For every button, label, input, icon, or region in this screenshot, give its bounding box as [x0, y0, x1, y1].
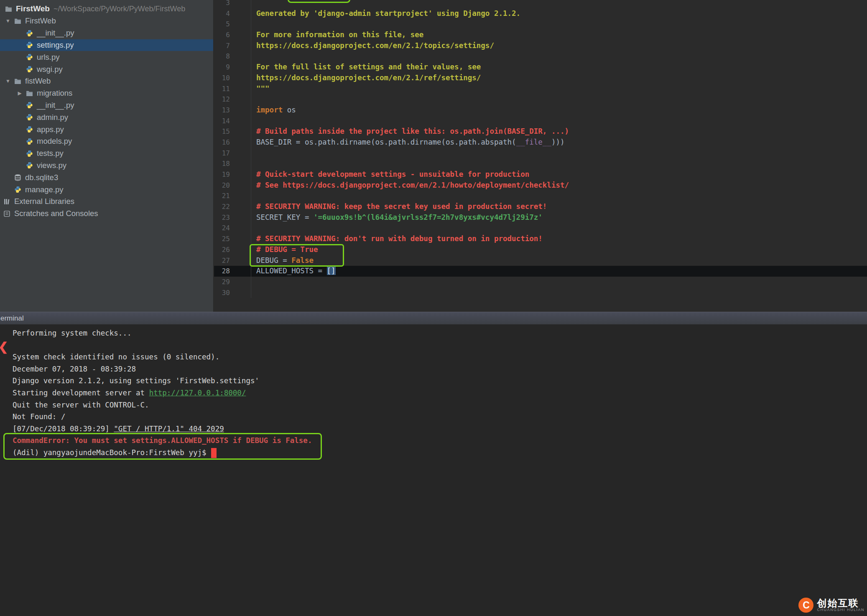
code-line-23[interactable]: 23SECRET_KEY = '=6uuox9s!b^(l64i&ajvrlss…	[214, 212, 867, 223]
project-root-row[interactable]: FirstWeb ~/WorkSpace/PyWork/PyWeb/FirstW…	[0, 3, 213, 15]
line-number[interactable]: 5	[214, 19, 251, 30]
code-line-21[interactable]: 21	[214, 191, 867, 201]
code-text: Generated by 'django-admin startproject'…	[251, 8, 520, 19]
code-line-5[interactable]: 5	[214, 19, 867, 30]
code-line-16[interactable]: 16BASE_DIR = os.path.dirname(os.path.dir…	[214, 137, 867, 148]
chevron-down-icon[interactable]: ▼	[3, 18, 13, 24]
line-number[interactable]: 18	[214, 158, 251, 169]
line-number[interactable]: 14	[214, 116, 251, 127]
tree-item-external-libraries[interactable]: External Libraries	[0, 196, 213, 208]
code-line-27[interactable]: 27DEBUG = False	[214, 255, 867, 266]
code-line-6[interactable]: 6For more information on this file, see	[214, 30, 867, 41]
tree-item-db-sqlite3[interactable]: db.sqlite3	[0, 171, 213, 183]
code-line-18[interactable]: 18	[214, 158, 867, 169]
line-number[interactable]: 7	[214, 41, 251, 51]
line-number[interactable]: 21	[214, 191, 251, 201]
tree-item-scratches-and-consoles[interactable]: Scratches and Consoles	[0, 208, 213, 220]
tree-item-init-py[interactable]: __init__.py	[0, 27, 213, 39]
line-number[interactable]: 17	[214, 148, 251, 159]
terminal-line-5: Starting development server at http://12…	[13, 387, 867, 399]
code-line-22[interactable]: 22# SECURITY WARNING: keep the secret ke…	[214, 201, 867, 212]
line-number[interactable]: 20	[214, 180, 251, 191]
code-line-24[interactable]: 24	[214, 223, 867, 234]
line-number[interactable]: 10	[214, 73, 251, 84]
project-root-name: FirstWeb	[16, 4, 50, 13]
editor-pane[interactable]: 34Generated by 'django-admin startprojec…	[214, 0, 867, 312]
code-text: # SECURITY WARNING: don't run with debug…	[251, 234, 543, 244]
line-number[interactable]: 12	[214, 94, 251, 105]
line-number[interactable]: 26	[214, 244, 251, 255]
code-line-3[interactable]: 3	[214, 0, 867, 8]
code-text	[251, 223, 256, 234]
tree-item-settings-py[interactable]: settings.py	[0, 39, 213, 51]
terminal-output[interactable]: Performing system checks...System check …	[0, 325, 867, 459]
folder-icon	[4, 5, 13, 13]
line-number[interactable]: 11	[214, 84, 251, 94]
line-number[interactable]: 9	[214, 62, 251, 73]
code-line-17[interactable]: 17	[214, 148, 867, 159]
tree-item-label: settings.py	[37, 41, 74, 50]
line-number[interactable]: 15	[214, 126, 251, 137]
tree-item-label: manage.py	[25, 185, 64, 194]
code-text: For more information on this file, see	[251, 30, 423, 41]
line-number[interactable]: 19	[214, 169, 251, 180]
line-number[interactable]: 23	[214, 212, 251, 223]
tree-item-firstweb[interactable]: ▼FirstWeb	[0, 15, 213, 27]
code-line-11[interactable]: 11"""	[214, 84, 867, 94]
rerun-icon[interactable]	[0, 341, 8, 353]
tree-item-fistweb[interactable]: ▼fistWeb	[0, 75, 213, 87]
code-line-30[interactable]: 30	[214, 288, 867, 298]
line-number[interactable]: 4	[214, 8, 251, 19]
code-line-25[interactable]: 25# SECURITY WARNING: don't run with deb…	[214, 234, 867, 244]
code-line-14[interactable]: 14	[214, 116, 867, 127]
tree-item-admin-py[interactable]: admin.py	[0, 111, 213, 123]
line-number[interactable]: 13	[214, 105, 251, 116]
code-text: https://docs.djangoproject.com/en/2.1/re…	[251, 73, 481, 84]
line-number[interactable]: 30	[214, 288, 251, 298]
line-number[interactable]: 3	[214, 0, 251, 8]
project-root-path: ~/WorkSpace/PyWork/PyWeb/FirstWeb	[54, 5, 185, 13]
tree-item-label: tests.py	[37, 149, 64, 158]
code-line-28[interactable]: 28ALLOWED_HOSTS = []	[214, 266, 867, 277]
code-line-10[interactable]: 10https://docs.djangoproject.com/en/2.1/…	[214, 73, 867, 84]
terminal-tab[interactable]: erminal	[0, 312, 867, 325]
code-line-13[interactable]: 13import os	[214, 105, 867, 116]
code-line-29[interactable]: 29	[214, 277, 867, 288]
line-number[interactable]: 24	[214, 223, 251, 234]
line-number[interactable]: 8	[214, 51, 251, 62]
tree-item-urls-py[interactable]: urls.py	[0, 51, 213, 63]
code-line-7[interactable]: 7https://docs.djangoproject.com/en/2.1/t…	[214, 41, 867, 51]
chevron-right-icon[interactable]: ▶	[14, 90, 25, 96]
code-line-9[interactable]: 9For the full list of settings and their…	[214, 62, 867, 73]
line-number[interactable]: 16	[214, 137, 251, 148]
code-line-20[interactable]: 20# See https://docs.djangoproject.com/e…	[214, 180, 867, 191]
line-number[interactable]: 6	[214, 30, 251, 41]
code-line-8[interactable]: 8	[214, 51, 867, 62]
terminal-text: Starting development server at	[13, 389, 149, 397]
tree-item-migrations[interactable]: ▶migrations	[0, 87, 213, 99]
chevron-down-icon[interactable]: ▼	[3, 78, 13, 84]
tree-item-label: External Libraries	[14, 197, 74, 206]
folder-icon	[25, 89, 33, 97]
terminal-text: System check identified no issues (0 sil…	[13, 353, 219, 361]
code-line-19[interactable]: 19# Quick-start development settings - u…	[214, 169, 867, 180]
tree-item-apps-py[interactable]: apps.py	[0, 123, 213, 135]
code-line-26[interactable]: 26# DEBUG = True	[214, 244, 867, 255]
tree-item-label: FirstWeb	[25, 16, 56, 25]
tree-item-tests-py[interactable]: tests.py	[0, 148, 213, 160]
tree-item-init-py[interactable]: __init__.py	[0, 99, 213, 112]
code-line-15[interactable]: 15# Build paths inside the project like …	[214, 126, 867, 137]
line-number[interactable]: 29	[214, 277, 251, 288]
line-number[interactable]: 27	[214, 255, 251, 266]
code-line-4[interactable]: 4Generated by 'django-admin startproject…	[214, 8, 867, 19]
line-number[interactable]: 25	[214, 234, 251, 244]
terminal-link[interactable]: http://127.0.0.1:8000/	[149, 389, 246, 397]
tree-item-views-py[interactable]: views.py	[0, 160, 213, 172]
tree-item-wsgi-py[interactable]: wsgi.py	[0, 63, 213, 75]
line-number[interactable]: 22	[214, 201, 251, 212]
tree-item-models-py[interactable]: models.py	[0, 135, 213, 148]
line-number[interactable]: 28	[214, 266, 251, 277]
code-line-12[interactable]: 12	[214, 94, 867, 105]
terminal-line-4: Django version 2.1.2, using settings 'Fi…	[13, 375, 867, 387]
tree-item-manage-py[interactable]: manage.py	[0, 183, 213, 196]
